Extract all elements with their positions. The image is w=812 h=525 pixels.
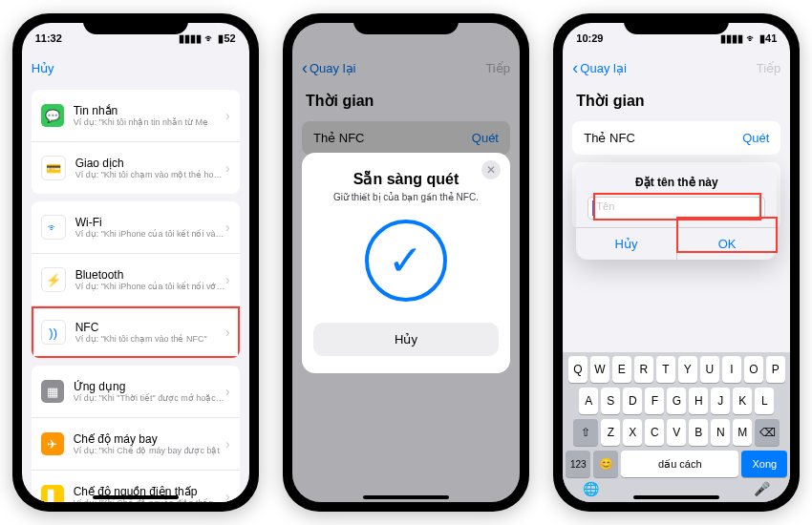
key-X[interactable]: X (623, 419, 642, 446)
alert-title: Đặt tên thẻ này (576, 164, 777, 197)
key-R[interactable]: R (634, 356, 653, 383)
trigger-row[interactable]: ▦ Ứng dụng Ví dụ: "Khi "Thời tiết" được … (32, 366, 240, 417)
trigger-row[interactable]: 💬 Tin nhắn Ví dụ: "Khi tôi nhận tin nhắn… (32, 90, 240, 141)
row-icon: ⚡ (41, 267, 66, 292)
key-P[interactable]: P (766, 356, 785, 383)
cancel-button[interactable]: Hủy (32, 61, 54, 75)
signal-icon: ▮▮▮▮ (179, 32, 202, 45)
trigger-row[interactable]: )) NFC Ví dụ: "Khi tôi chạm vào thẻ NFC"… (32, 305, 240, 358)
row-icon: )) (41, 320, 66, 345)
home-indicator[interactable] (93, 495, 179, 499)
key-J[interactable]: J (711, 388, 730, 414)
chevron-right-icon: › (225, 272, 230, 287)
trigger-row[interactable]: ✈ Chế độ máy bay Ví dụ: "Khi Chế độ máy … (32, 417, 240, 470)
back-button[interactable]: ‹Quay lại (572, 59, 626, 76)
alert-ok-button[interactable]: OK (676, 228, 778, 260)
key-N[interactable]: N (711, 419, 730, 446)
key-M[interactable]: M (733, 419, 752, 446)
battery-icon: ▮52 (218, 32, 235, 45)
key-I[interactable]: I (722, 356, 741, 383)
row-icon: 💳 (41, 156, 66, 180)
phone-1: 11:32 ▮▮▮▮ ᯤ ▮52 Hủy 💬 Tin nhắn Ví dụ: "… (12, 13, 259, 512)
row-subtitle: Ví dụ: "Khi iPhone của tôi kết nối vào W… (75, 229, 225, 239)
trigger-row[interactable]: ⚡ Bluetooth Ví dụ: "Khi iPhone của tôi k… (32, 253, 240, 305)
scan-cancel-button[interactable]: Hủy (313, 323, 499, 356)
signal-icon: ▮▮▮▮ (720, 32, 743, 45)
key-Q[interactable]: Q (568, 356, 588, 383)
canvas: 11:32 ▮▮▮▮ ᯤ ▮52 Hủy 💬 Tin nhắn Ví dụ: "… (0, 0, 812, 525)
chevron-right-icon: › (225, 160, 230, 176)
row-subtitle: Ví dụ: "Khi tôi nhận tin nhắn từ Mẹ (74, 117, 225, 127)
chevron-right-icon: › (225, 489, 230, 502)
wifi-icon: ᯤ (204, 32, 215, 44)
screen-1: 11:32 ▮▮▮▮ ᯤ ▮52 Hủy 💬 Tin nhắn Ví dụ: "… (22, 23, 249, 502)
key-Y[interactable]: Y (678, 356, 697, 383)
chevron-right-icon: › (225, 108, 230, 123)
key-L[interactable]: L (755, 388, 774, 414)
scan-status-circle: ✓ (365, 220, 447, 302)
alert-cancel-button[interactable]: Hủy (576, 228, 676, 260)
row-title: Giao dịch (75, 157, 225, 170)
key-A[interactable]: A (579, 388, 598, 414)
row-icon: ▋ (41, 485, 64, 502)
next-button[interactable]: Tiếp (757, 61, 781, 75)
emoji-key[interactable]: 😊 (593, 451, 618, 477)
row-subtitle: Ví dụ: "Khi tôi chạm vào thẻ NFC" (75, 334, 225, 344)
notch (624, 13, 729, 34)
key-T[interactable]: T (656, 356, 675, 383)
wifi-icon: ᯤ (746, 32, 757, 44)
modal-backdrop: ✕ Sẵn sàng quét Giữ thiết bị của bạn gần… (292, 23, 520, 502)
scan-action[interactable]: Quét (742, 131, 769, 145)
chevron-right-icon: › (225, 220, 230, 235)
list-group: 💬 Tin nhắn Ví dụ: "Khi tôi nhận tin nhắn… (32, 90, 240, 194)
globe-icon[interactable]: 🌐 (583, 481, 599, 496)
row-title: Ứng dụng (74, 380, 225, 393)
nav-bar: ‹Quay lại Tiếp (563, 53, 790, 82)
shift-key[interactable]: ⇧ (573, 419, 598, 446)
key-D[interactable]: D (623, 388, 642, 414)
phone-2: ‹Quay lại Tiếp Thời gian Thẻ NFC Quét Ch… (283, 13, 529, 512)
chevron-left-icon: ‹ (572, 59, 578, 76)
nav-bar: Hủy (22, 53, 249, 82)
done-key[interactable]: Xong (741, 451, 787, 477)
home-indicator[interactable] (633, 495, 719, 499)
key-F[interactable]: F (645, 388, 664, 414)
notch (83, 13, 188, 34)
key-H[interactable]: H (689, 388, 708, 414)
key-U[interactable]: U (700, 356, 719, 383)
key-W[interactable]: W (590, 356, 609, 383)
trigger-row[interactable]: ᯤ Wi-Fi Ví dụ: "Khi iPhone của tôi kết n… (32, 201, 240, 253)
mic-icon[interactable]: 🎤 (754, 481, 770, 496)
space-key[interactable]: dấu cách (621, 451, 738, 477)
row-title: Tin nhắn (74, 104, 225, 117)
home-indicator[interactable] (363, 495, 449, 499)
close-button[interactable]: ✕ (481, 160, 501, 179)
row-icon: ✈ (41, 432, 64, 455)
nfc-tag-row[interactable]: Thẻ NFC Quét (572, 121, 780, 155)
text-cursor (592, 200, 594, 216)
row-title: Bluetooth (75, 268, 225, 282)
key-G[interactable]: G (667, 388, 686, 414)
key-K[interactable]: K (733, 388, 752, 414)
nfc-label: Thẻ NFC (584, 131, 635, 145)
row-icon: ▦ (41, 380, 64, 403)
key-S[interactable]: S (601, 388, 620, 414)
keyboard[interactable]: QWERTYUIOPASDFGHJKL⇧ZXCVBNM⌫123😊dấu cách… (563, 352, 790, 502)
scan-subtitle: Giữ thiết bị của bạn gần thẻ NFC. (313, 192, 499, 202)
row-subtitle: Ví dụ: "Khi tôi chạm vào một thẻ hoặc vé… (75, 170, 225, 179)
phone-3: 10:29 ▮▮▮▮ ᯤ ▮41 ‹Quay lại Tiếp Thời gia… (553, 13, 800, 512)
backspace-key[interactable]: ⌫ (755, 419, 780, 446)
input-placeholder: Tên (596, 200, 614, 212)
key-C[interactable]: C (645, 419, 664, 446)
numeric-key[interactable]: 123 (566, 451, 590, 477)
key-Z[interactable]: Z (601, 419, 620, 446)
key-E[interactable]: E (612, 356, 631, 383)
row-subtitle: Ví dụ: "Khi iPhone của tôi kết nối với A… (75, 282, 225, 291)
row-subtitle: Ví dụ: "Khi "Thời tiết" được mở hoặc đón… (74, 393, 225, 403)
trigger-row[interactable]: 💳 Giao dịch Ví dụ: "Khi tôi chạm vào một… (32, 141, 240, 194)
key-B[interactable]: B (689, 419, 708, 446)
key-O[interactable]: O (744, 356, 763, 383)
row-title: Chế độ máy bay (74, 432, 225, 446)
tag-name-input[interactable]: Tên (588, 197, 765, 220)
key-V[interactable]: V (667, 419, 686, 446)
